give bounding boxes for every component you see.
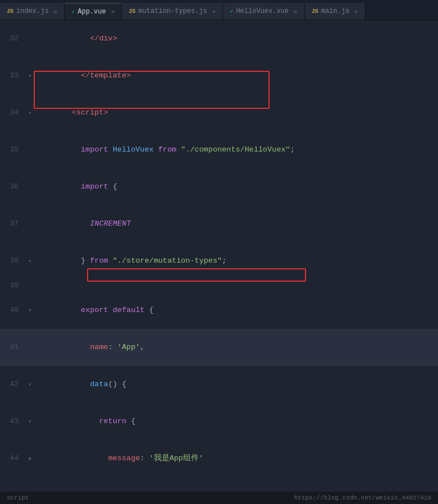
code-37: INCREMENT bbox=[34, 205, 438, 242]
code-40: export default { bbox=[34, 292, 438, 329]
line-44: 44 ■ message: '我是App组件' bbox=[0, 440, 438, 477]
tab-js-icon: JS bbox=[7, 8, 13, 15]
tab-js-icon2: JS bbox=[129, 8, 135, 15]
line-45: 45 ■ } bbox=[0, 477, 438, 492]
line-36: 36 import { bbox=[0, 168, 438, 205]
line-number-40: 40 bbox=[0, 304, 25, 317]
code-38: } from "./store/mutation-types"; bbox=[34, 242, 438, 280]
line-38: 38 ▾ } from "./store/mutation-types"; bbox=[0, 242, 438, 280]
line-42: 42 ▾ data() { bbox=[0, 366, 438, 403]
code-44: message: '我是App组件' bbox=[34, 440, 438, 477]
line-35: 35 import HelloVuex from "./components/H… bbox=[0, 131, 438, 168]
line-number-42: 42 bbox=[0, 378, 25, 391]
code-33: </template> bbox=[34, 57, 438, 94]
fold-40: ▾ bbox=[25, 304, 34, 317]
line-43: 43 ▾ return { bbox=[0, 403, 438, 440]
tab-hellovuex-vue[interactable]: ✓ HelloVuex.vue ✕ bbox=[223, 3, 304, 20]
fold-43: ▾ bbox=[25, 415, 34, 428]
tab-js-icon3: JS bbox=[312, 8, 318, 15]
line-number-44: 44 bbox=[0, 452, 25, 465]
code-34: <script> bbox=[34, 94, 438, 131]
code-39 bbox=[34, 280, 438, 292]
line-number-34: 34 bbox=[0, 107, 25, 119]
status-bar: script https://blog.csdn.net/weixin_4482… bbox=[0, 492, 438, 504]
tab-vue-icon: ✓ bbox=[71, 8, 75, 15]
code-32: </div> bbox=[34, 20, 438, 57]
tab-index-js[interactable]: JS index.js ✕ bbox=[0, 3, 65, 20]
tab-hellovuex-label: HelloVuex.vue bbox=[236, 7, 289, 15]
line-number-38: 38 bbox=[0, 255, 25, 267]
code-area: 32 </div> 33 ▾ </template> 34 ▾ <script>… bbox=[0, 20, 438, 492]
code-42: data() { bbox=[34, 366, 438, 403]
tab-index-js-label: index.js bbox=[16, 7, 49, 15]
tab-app-vue[interactable]: ✓ App.vue ✕ bbox=[65, 3, 122, 20]
tab-vue-icon2: ✓ bbox=[230, 8, 233, 15]
editor: 32 </div> 33 ▾ </template> 34 ▾ <script>… bbox=[0, 20, 438, 492]
line-number-37: 37 bbox=[0, 218, 25, 230]
fold-38: ▾ bbox=[25, 255, 34, 268]
tab-main-js-label: main.js bbox=[321, 7, 349, 15]
tab-hellovuex-close[interactable]: ✕ bbox=[294, 8, 298, 15]
code-43: return { bbox=[34, 403, 438, 440]
fold-44: ■ bbox=[25, 452, 34, 465]
line-34: 34 ▾ <script> bbox=[0, 94, 438, 131]
tab-bar: JS index.js ✕ ✓ App.vue ✕ JS mutation-ty… bbox=[0, 0, 438, 20]
line-number-41: 41 bbox=[0, 341, 25, 354]
line-number-43: 43 bbox=[0, 415, 25, 428]
line-number-35: 35 bbox=[0, 144, 25, 156]
line-number-32: 32 bbox=[0, 33, 25, 45]
code-36: import { bbox=[34, 168, 438, 205]
line-37: 37 INCREMENT bbox=[0, 205, 438, 242]
line-number-39: 39 bbox=[0, 280, 25, 292]
line-33: 33 ▾ </template> bbox=[0, 57, 438, 94]
tab-index-js-close[interactable]: ✕ bbox=[54, 8, 58, 15]
line-number-45: 45 bbox=[0, 489, 25, 492]
code-35: import HelloVuex from "./components/Hell… bbox=[34, 131, 438, 168]
line-40: 40 ▾ export default { bbox=[0, 292, 438, 329]
fold-42: ▾ bbox=[25, 378, 34, 391]
line-41: 41 name: 'App', bbox=[0, 329, 438, 366]
tab-main-js[interactable]: JS main.js ✕ bbox=[305, 3, 366, 20]
fold-34: ▾ bbox=[25, 107, 34, 120]
tab-mutation-types-js[interactable]: JS mutation-types.js ✕ bbox=[122, 3, 223, 20]
tab-app-vue-close[interactable]: ✕ bbox=[111, 8, 115, 15]
tab-app-vue-label: App.vue bbox=[77, 8, 106, 16]
tab-mutation-types-label: mutation-types.js bbox=[138, 7, 207, 15]
line-39: 39 bbox=[0, 280, 438, 292]
line-32: 32 </div> bbox=[0, 20, 438, 57]
code-41: name: 'App', bbox=[34, 329, 438, 366]
line-number-33: 33 bbox=[0, 70, 25, 82]
watermark: https://blog.csdn.net/weixin_44827418 bbox=[294, 494, 431, 501]
fold-33: ▾ bbox=[25, 70, 34, 83]
tab-main-js-close[interactable]: ✕ bbox=[354, 8, 358, 15]
code-45: } bbox=[34, 477, 438, 492]
status-left: script bbox=[7, 494, 29, 501]
fold-45: ■ bbox=[25, 489, 34, 492]
line-number-36: 36 bbox=[0, 181, 25, 193]
tab-mutation-types-close[interactable]: ✕ bbox=[212, 8, 216, 15]
